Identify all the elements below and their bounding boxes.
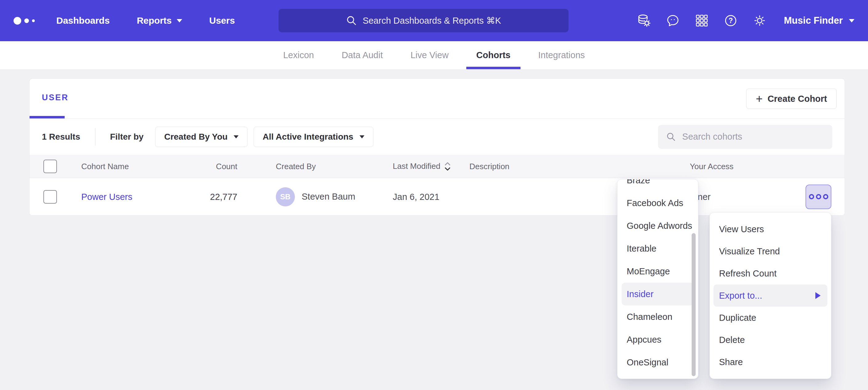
select-all-checkbox[interactable] <box>43 160 57 173</box>
tab-live-view[interactable]: Live View <box>401 41 459 69</box>
svg-text:?: ? <box>728 17 733 25</box>
filter-by-label: Filter by <box>110 132 144 142</box>
tab-data-audit[interactable]: Data Audit <box>332 41 393 69</box>
submenu-arrow-icon <box>815 292 820 299</box>
plus-icon: + <box>756 93 763 105</box>
logo-dot-medium <box>24 19 29 23</box>
menu-item-refresh-count[interactable]: Refresh Count <box>710 262 831 285</box>
divider <box>95 128 95 145</box>
creator-name: Steven Baum <box>302 192 355 202</box>
created-by-cell: SB Steven Baum <box>276 187 355 206</box>
tab-lexicon-label: Lexicon <box>283 50 314 60</box>
mixpanel-logo-icon[interactable] <box>13 17 35 25</box>
submenu-item-braze[interactable]: Braze <box>617 179 698 192</box>
submenu-item-onesignal[interactable]: OneSignal <box>617 351 698 374</box>
workspace-name: Music Finder <box>784 15 843 26</box>
header-description[interactable]: Description <box>469 161 509 171</box>
header-your-access[interactable]: Your Access <box>690 161 734 171</box>
submenu-item-iterable[interactable]: Iterable <box>617 237 698 260</box>
cohort-search-box <box>658 125 832 149</box>
create-cohort-button[interactable]: + Create Cohort <box>746 89 837 109</box>
filter-toolbar: 1 Results Filter by Created By You All A… <box>30 119 845 155</box>
user-tab-underline <box>30 116 65 119</box>
ellipsis-icon <box>816 194 821 199</box>
primary-nav-links: Dashboards Reports Users <box>56 15 235 26</box>
submenu-item-insider[interactable]: Insider <box>622 283 694 305</box>
tab-lexicon[interactable]: Lexicon <box>273 41 324 69</box>
menu-item-export-to-label: Export to... <box>719 285 762 307</box>
global-search-placeholder: Search Dashboards & Reports ⌘K <box>363 15 501 26</box>
data-settings-icon[interactable] <box>637 13 651 28</box>
submenu-item-facebook-ads[interactable]: Facebook Ads <box>617 192 698 215</box>
submenu-item-google-adwords[interactable]: Google Adwords <box>617 215 698 237</box>
cohorts-page: USER + Create Cohort 1 Results Filter by… <box>0 69 868 216</box>
menu-item-visualize-trend[interactable]: Visualize Trend <box>710 240 831 262</box>
submenu-item-moengage[interactable]: MoEngage <box>617 260 698 283</box>
tab-cohorts[interactable]: Cohorts <box>466 41 520 69</box>
header-count[interactable]: Count <box>171 161 237 171</box>
menu-item-export-to[interactable]: Export to... <box>713 285 827 307</box>
ellipsis-icon <box>809 194 814 199</box>
header-created-by[interactable]: Created By <box>276 161 316 171</box>
menu-item-share[interactable]: Share <box>710 351 831 373</box>
submenu-scrollbar-thumb[interactable] <box>692 233 695 376</box>
nav-item-reports[interactable]: Reports <box>137 15 182 26</box>
row-actions <box>806 185 831 209</box>
ellipsis-icon <box>823 194 828 199</box>
settings-gear-icon[interactable] <box>752 13 767 28</box>
global-search-input[interactable]: Search Dashboards & Reports ⌘K <box>279 9 568 32</box>
submenu-item-chameleon[interactable]: Chameleon <box>617 305 698 328</box>
results-count: 1 Results <box>42 132 80 142</box>
export-destinations-submenu: Braze Facebook Ads Google Adwords Iterab… <box>617 179 699 379</box>
nav-item-users[interactable]: Users <box>209 15 235 26</box>
header-cohort-name[interactable]: Cohort Name <box>81 161 129 171</box>
feedback-icon[interactable] <box>666 13 680 28</box>
screen: Dashboards Reports Users Search Dashboar… <box>0 0 868 390</box>
cohort-search-input[interactable] <box>682 132 824 142</box>
chevron-down-icon <box>177 19 182 23</box>
menu-item-delete[interactable]: Delete <box>710 329 831 351</box>
chevron-down-icon <box>360 135 365 138</box>
cohorts-card: USER + Create Cohort 1 Results Filter by… <box>29 78 845 216</box>
apps-grid-icon[interactable] <box>695 13 709 28</box>
nav-item-dashboards[interactable]: Dashboards <box>56 15 110 26</box>
tab-user-cohorts[interactable]: USER <box>42 93 69 102</box>
help-icon[interactable]: ? <box>724 13 738 28</box>
nav-item-reports-label: Reports <box>137 15 172 26</box>
row-checkbox[interactable] <box>43 190 57 204</box>
top-navigation-bar: Dashboards Reports Users Search Dashboar… <box>0 0 868 41</box>
logo-dot-large <box>13 17 21 25</box>
cohort-context-menu: View Users Visualize Trend Refresh Count… <box>710 212 831 379</box>
tab-live-view-label: Live View <box>411 50 449 60</box>
tab-data-audit-label: Data Audit <box>342 50 383 60</box>
chevron-down-icon <box>234 135 239 138</box>
topnav-right-cluster: ? Music Finder <box>637 13 855 28</box>
cohort-name-link[interactable]: Power Users <box>81 192 132 202</box>
more-actions-button[interactable] <box>806 185 831 209</box>
tab-integrations[interactable]: Integrations <box>528 41 595 69</box>
integrations-dropdown[interactable]: All Active Integrations <box>254 127 373 147</box>
sort-icon <box>444 161 451 172</box>
search-icon <box>666 131 676 142</box>
chevron-down-icon <box>849 19 855 23</box>
secondary-navigation: Lexicon Data Audit Live View Cohorts Int… <box>0 41 868 69</box>
avatar: SB <box>276 187 295 206</box>
created-by-dropdown[interactable]: Created By You <box>155 127 247 147</box>
menu-item-view-users[interactable]: View Users <box>710 218 831 240</box>
header-last-modified-label: Last Modified <box>393 161 440 171</box>
search-icon <box>346 15 357 26</box>
workspace-switcher[interactable]: Music Finder <box>784 15 855 26</box>
submenu-item-appcues[interactable]: Appcues <box>617 328 698 351</box>
last-modified-cell: Jan 6, 2021 <box>393 192 439 202</box>
cohort-count: 22,777 <box>171 192 237 202</box>
header-last-modified[interactable]: Last Modified <box>393 161 451 172</box>
tab-integrations-label: Integrations <box>538 50 585 60</box>
table-row: Power Users 22,777 SB Steven Baum Jan 6,… <box>30 178 845 215</box>
active-tab-underline <box>466 67 520 69</box>
created-by-dropdown-value: Created By You <box>164 132 227 142</box>
menu-item-duplicate[interactable]: Duplicate <box>710 307 831 329</box>
cohort-type-tabstrip: USER + Create Cohort <box>30 79 845 119</box>
tab-cohorts-label: Cohorts <box>476 50 510 60</box>
export-destinations-list: Braze Facebook Ads Google Adwords Iterab… <box>617 179 698 374</box>
nav-item-dashboards-label: Dashboards <box>56 15 110 26</box>
